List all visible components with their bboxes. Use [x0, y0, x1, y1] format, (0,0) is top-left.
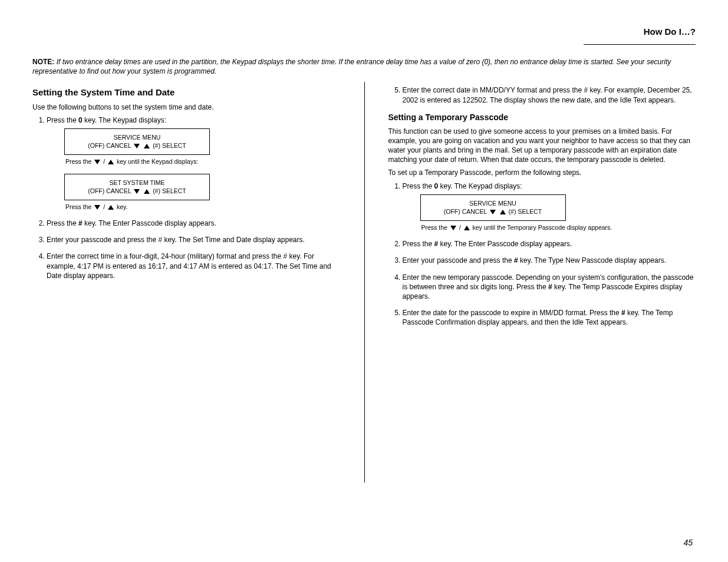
triangle-down-icon	[134, 142, 140, 150]
right-step-3: Enter your passcode and press the # key.…	[403, 256, 696, 265]
triangle-down-icon	[450, 224, 456, 232]
right-step-1: Press the 0 key. The Keypad displays: SE…	[403, 181, 696, 233]
left-step-4: Enter the correct time in a four-digit, …	[47, 252, 341, 280]
keypad-display-set-system-time: SET SYSTEM TIME (OFF) CANCEL (#) SELECT	[64, 174, 210, 200]
left-step-3: Enter your passcode and press the # key.…	[47, 235, 341, 244]
intro-text: Use the following buttons to set the sys…	[32, 103, 341, 112]
right-steps: Press the 0 key. The Keypad displays: SE…	[388, 181, 696, 328]
keypad-display-service-menu-2: SERVICE MENU (OFF) CANCEL (#) SELECT	[420, 194, 566, 221]
right-column: Enter the correct date in MM/DD/YY forma…	[364, 82, 696, 482]
page-number: 45	[683, 538, 693, 547]
header-rule	[584, 44, 696, 45]
note-prefix: NOTE:	[32, 58, 57, 66]
header-title: How Do I…?	[644, 27, 696, 37]
temp-passcode-p1: This function can be used to give someon…	[388, 127, 696, 165]
left-column: Setting the System Time and Date Use the…	[32, 82, 364, 482]
triangle-up-icon	[108, 203, 114, 211]
triangle-down-icon	[94, 158, 100, 166]
content-columns: Setting the System Time and Date Use the…	[32, 82, 696, 482]
triangle-up-icon	[500, 208, 506, 216]
under-box-instruction-2: Press the / key.	[65, 203, 341, 211]
top-note: NOTE: If two entrance delay times are us…	[32, 57, 696, 76]
triangle-up-icon	[144, 187, 150, 196]
right-step5-list: Enter the correct date in MM/DD/YY forma…	[388, 85, 696, 104]
display-line-2: (OFF) CANCEL (#) SELECT	[71, 141, 203, 150]
triangle-down-icon	[490, 208, 496, 216]
section-title-temp-passcode: Setting a Temporary Passcode	[388, 112, 696, 123]
left-step-1: Press the 0 key. The Keypad displays: SE…	[47, 115, 341, 211]
under-box-instruction-1: Press the / key until the Keypad display…	[65, 157, 341, 166]
right-step-5-continuation: Enter the correct date in MM/DD/YY forma…	[403, 85, 696, 104]
display-line-1: SERVICE MENU	[427, 199, 559, 207]
temp-passcode-p2: To set up a Temporary Passcode, perform …	[388, 168, 696, 177]
right-step-4: Enter the new temporary passcode. Depend…	[403, 273, 696, 302]
note-italic: If two entrance delay times are used in …	[57, 58, 615, 66]
keypad-display-service-menu-1: SERVICE MENU (OFF) CANCEL (#) SELECT	[64, 128, 210, 155]
triangle-up-icon	[108, 158, 114, 166]
triangle-up-icon	[464, 224, 470, 232]
right-step-2: Press the # key. The Enter Passcode disp…	[403, 239, 696, 249]
triangle-up-icon	[144, 142, 150, 150]
display-line-2: (OFF) CANCEL (#) SELECT	[427, 207, 559, 216]
display-line-2: (OFF) CANCEL (#) SELECT	[71, 187, 203, 196]
triangle-down-icon	[94, 203, 100, 211]
left-step-2: Press the # key. The Enter Passcode disp…	[47, 219, 341, 228]
section-title-set-time: Setting the System Time and Date	[32, 87, 341, 98]
right-step-5: Enter the date for the passcode to expir…	[403, 308, 696, 327]
left-steps: Press the 0 key. The Keypad displays: SE…	[32, 115, 341, 280]
page-header: How Do I…?	[32, 27, 696, 47]
under-box-instruction-3: Press the / key until the Temporary Pass…	[421, 223, 696, 232]
display-line-1: SERVICE MENU	[71, 133, 203, 141]
triangle-down-icon	[134, 187, 140, 196]
display-line-1: SET SYSTEM TIME	[71, 178, 203, 187]
